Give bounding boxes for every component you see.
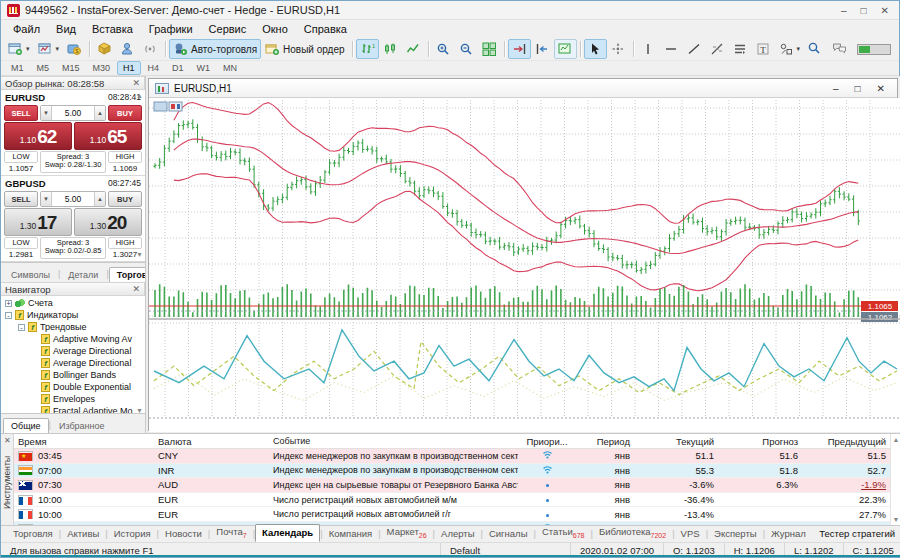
volume-increase-icon[interactable]: ▲: [94, 106, 105, 120]
tree-item-envelopes[interactable]: fEnvelopes: [1, 393, 145, 405]
indicators-button[interactable]: [554, 39, 577, 59]
menu-графики[interactable]: Графики: [141, 21, 201, 37]
bid-price[interactable]: 1.1062: [4, 122, 72, 150]
toolbox-tab-маркет[interactable]: Маркет26: [381, 524, 433, 542]
menu-справка[interactable]: Справка: [296, 21, 355, 37]
close-icon[interactable]: ✕: [4, 436, 11, 445]
market-watch-tab-детали[interactable]: Детали: [60, 267, 106, 282]
bid-price[interactable]: 1.3017: [4, 208, 72, 236]
strategy-tester-label[interactable]: Тестер стратегий: [819, 528, 895, 542]
market-book-button[interactable]: [93, 39, 116, 59]
scroll-down-icon[interactable]: ▼: [891, 516, 900, 523]
price-chart[interactable]: 1.10651.1062: [149, 98, 900, 432]
chat-icon[interactable]: [832, 41, 847, 57]
calendar-row[interactable]: 07:30AUDИндекс цен на сырьевые товары от…: [14, 478, 890, 493]
timeframe-w1[interactable]: W1: [191, 61, 217, 75]
auto-scroll-button[interactable]: [508, 39, 531, 59]
close-window-button[interactable]: ✕: [881, 5, 889, 16]
timeframe-m15[interactable]: M15: [56, 61, 86, 75]
toolbox-tab-статьи[interactable]: Статьи678: [536, 524, 590, 542]
toolbox-tab-почта[interactable]: Почта7: [210, 524, 252, 542]
menu-окно[interactable]: Окно: [254, 21, 296, 37]
history-center-button[interactable]: $: [63, 39, 86, 59]
toolbox-tab-сигналы[interactable]: Сигналы: [483, 526, 534, 542]
close-icon[interactable]: ✕: [132, 284, 140, 294]
text-tool-button[interactable]: T: [752, 39, 775, 59]
maximize-window-button[interactable]: □: [861, 5, 867, 16]
signals-person-button[interactable]: [116, 39, 139, 59]
candles-button[interactable]: [379, 39, 402, 59]
close-icon[interactable]: ✕: [132, 78, 140, 88]
chart-minimize-button[interactable]: –: [833, 83, 839, 94]
ask-price[interactable]: 1.3020: [74, 208, 142, 236]
buy-button[interactable]: BUY: [108, 191, 142, 207]
vertical-line-button[interactable]: [637, 39, 660, 59]
timeframe-h4[interactable]: H4: [142, 61, 166, 75]
expand-icon[interactable]: +: [5, 300, 12, 307]
timeframe-h1[interactable]: H1: [117, 61, 141, 75]
scroll-up-icon[interactable]: ▲: [136, 92, 143, 99]
chart-shift-button[interactable]: [531, 39, 554, 59]
cursor-button[interactable]: [584, 39, 607, 59]
search-icon[interactable]: [807, 41, 822, 57]
toolbox-tab-алерты[interactable]: Алерты: [435, 526, 480, 542]
volume-value[interactable]: 5.00: [52, 192, 94, 206]
calendar-scrollbar[interactable]: ▲ ▼: [890, 434, 900, 525]
toolbox-tab-торговля[interactable]: Торговля: [7, 526, 59, 542]
market-watch-tab-символы[interactable]: Символы: [3, 267, 58, 282]
column-currency[interactable]: Валюта: [154, 436, 269, 447]
volume-stepper[interactable]: ▼5.00▲: [40, 105, 106, 121]
timeframe-mn[interactable]: MN: [217, 61, 243, 75]
toolbox-tab-эксперты[interactable]: Эксперты: [708, 526, 763, 542]
zoom-in-button[interactable]: [432, 39, 455, 59]
buy-button[interactable]: BUY: [108, 105, 142, 121]
broadcast-button[interactable]: [139, 39, 162, 59]
crosshair-button[interactable]: [607, 39, 630, 59]
volume-increase-icon[interactable]: ▲: [94, 192, 105, 206]
timeframe-m30[interactable]: M30: [87, 61, 117, 75]
column-priority[interactable]: Приори...: [518, 436, 576, 447]
navigator-tab-common[interactable]: Общие: [3, 418, 49, 433]
levels-button[interactable]: [729, 39, 752, 59]
scroll-up-icon[interactable]: ▲: [891, 434, 900, 443]
chart-window-titlebar[interactable]: EURUSD,H1 – □ ✕: [149, 79, 897, 98]
tree-item-трендовые[interactable]: -fТрендовые: [1, 321, 145, 333]
collapse-icon[interactable]: -: [18, 324, 25, 331]
volume-decrease-icon[interactable]: ▼: [41, 106, 52, 120]
tree-item-счета[interactable]: +Счета: [1, 297, 145, 309]
calendar-row[interactable]: 10:00EURЧисло регистраций новых автомоби…: [14, 507, 890, 522]
calendar-row[interactable]: 07:00INRИндекс менеджеров по закупкам в …: [14, 464, 890, 479]
column-time[interactable]: Время: [14, 436, 154, 447]
chart-close-button[interactable]: ✕: [877, 83, 885, 94]
bars-button[interactable]: 1: [356, 39, 379, 59]
volume-value[interactable]: 5.00: [52, 106, 94, 120]
column-forecast[interactable]: Прогноз: [718, 436, 802, 447]
toolbox-tab-журнал[interactable]: Журнал: [765, 526, 812, 542]
tile-windows-button[interactable]: [478, 39, 501, 59]
menu-вид[interactable]: Вид: [48, 21, 84, 37]
minimize-window-button[interactable]: –: [841, 5, 847, 16]
column-period[interactable]: Период: [576, 436, 634, 447]
trendline-button[interactable]: [683, 39, 706, 59]
collapse-icon[interactable]: -: [5, 312, 12, 319]
zoom-out-button[interactable]: [455, 39, 478, 59]
toolbox-tab-vps[interactable]: VPS: [675, 526, 706, 542]
ask-price[interactable]: 1.1065: [74, 122, 142, 150]
column-previous[interactable]: Предыдущий: [802, 436, 890, 447]
toolbox-tab-активы[interactable]: Активы: [61, 526, 105, 542]
horizontal-line-button[interactable]: [660, 39, 683, 59]
new-order-button[interactable]: Новый ордер: [261, 39, 349, 59]
tree-item-average-directional[interactable]: fAverage Directional: [1, 345, 145, 357]
chart-restore-button[interactable]: □: [855, 83, 861, 94]
toolbox-tab-компания[interactable]: Компания: [323, 526, 378, 542]
menu-файл[interactable]: Файл: [5, 21, 48, 37]
scroll-down-icon[interactable]: ▼: [136, 251, 143, 258]
toolbox-tab-библиотека[interactable]: Библиотека7202: [593, 524, 672, 542]
tree-item-double-exponential[interactable]: fDouble Exponential: [1, 381, 145, 393]
market-watch-tab-торговля[interactable]: Торговля: [109, 267, 146, 282]
timeframe-m5[interactable]: M5: [31, 61, 56, 75]
autotrade-button[interactable]: Авто-торговля: [169, 39, 261, 59]
calendar-row[interactable]: ★03:45CNYИндекс менеджеров по закупкам в…: [14, 449, 890, 464]
new-chart-button[interactable]: ▾: [4, 39, 34, 59]
timeframe-m1[interactable]: M1: [5, 61, 30, 75]
